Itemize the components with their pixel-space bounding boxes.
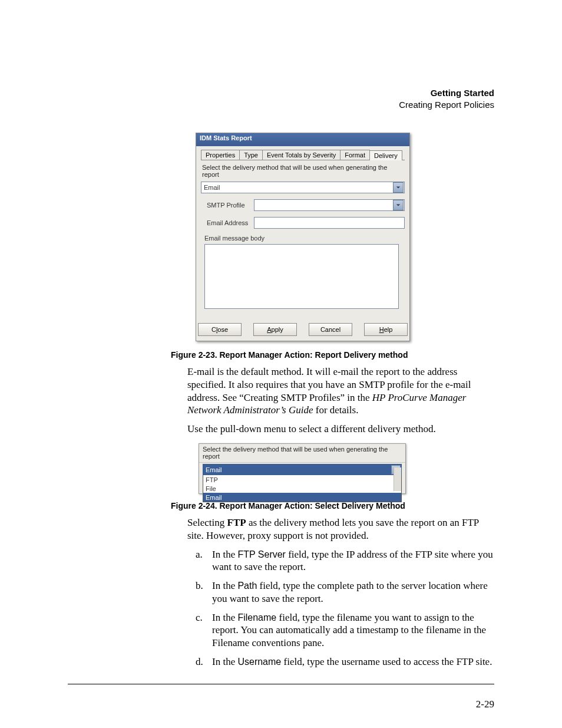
tab-type[interactable]: Type — [239, 150, 263, 160]
email-address-row: Email Address — [207, 217, 405, 229]
tab-delivery[interactable]: Delivery — [369, 150, 402, 160]
para-pulldown: Use the pull-down menu to select a diffe… — [187, 423, 495, 436]
dropdown-instruction: Select the delivery method that will be … — [199, 444, 405, 463]
body-block-2: Selecting FTP as the delivery method let… — [187, 516, 495, 674]
page-header: Getting Started Creating Report Policies — [399, 87, 494, 110]
message-body-textarea[interactable] — [204, 244, 399, 309]
step-d: d. In the Username field, type the usern… — [196, 655, 495, 668]
option-ftp[interactable]: FTP — [203, 475, 401, 484]
dialog-tabs: Properties Type Event Totals by Severity… — [201, 150, 409, 160]
figure-caption-1: Figure 2-23. Report Manager Action: Repo… — [171, 350, 408, 360]
header-title: Getting Started — [399, 87, 494, 99]
dropdown-list: FTP File Email — [203, 475, 402, 502]
cancel-button[interactable]: Cancel — [309, 323, 352, 336]
delivery-instruction: Select the delivery method that will be … — [202, 164, 405, 178]
dialog-button-row: Close Apply Cancel Help — [196, 323, 409, 336]
smtp-profile-row: SMTP Profile — [207, 199, 405, 211]
page-number: 2-29 — [476, 699, 494, 710]
step-b: b. In the Path field, type the complete … — [196, 579, 495, 605]
message-body-label: Email message body — [204, 235, 405, 242]
body-block-1: E-mail is the default method. It will e-… — [187, 365, 495, 442]
dropdown-delivery-methods: Select the delivery method that will be … — [199, 443, 406, 494]
email-address-input[interactable] — [254, 217, 405, 229]
scrollbar[interactable] — [394, 467, 401, 491]
tab-properties[interactable]: Properties — [201, 150, 240, 160]
para-email-default: E-mail is the default method. It will e-… — [187, 365, 495, 417]
tab-format[interactable]: Format — [340, 150, 370, 160]
smtp-profile-label: SMTP Profile — [207, 202, 254, 209]
delivery-method-value: Email — [201, 184, 392, 191]
step-a: a. In the FTP Server field, type the IP … — [196, 548, 495, 574]
delivery-method-select[interactable]: Email — [201, 182, 405, 193]
close-button[interactable]: Close — [198, 323, 242, 336]
email-address-label: Email Address — [207, 219, 254, 226]
chevron-down-icon — [393, 182, 404, 193]
step-c: c. In the Filename field, type the filen… — [196, 611, 495, 650]
apply-button[interactable]: Apply — [253, 323, 297, 336]
chevron-down-icon — [393, 200, 404, 210]
option-file[interactable]: File — [203, 484, 401, 493]
dialog-delivery: IDM Stats Report Properties Type Event T… — [196, 133, 410, 341]
figure-caption-2: Figure 2-24. Report Manager Action: Sele… — [171, 501, 405, 510]
footer-rule — [68, 684, 494, 684]
tab-event-totals[interactable]: Event Totals by Severity — [262, 150, 340, 160]
help-button[interactable]: Help — [364, 323, 408, 336]
tab-delivery-body: Select the delivery method that will be … — [201, 160, 405, 309]
option-email[interactable]: Email — [203, 493, 401, 502]
dropdown-selected[interactable]: Email — [203, 464, 402, 475]
para-ftp-intro: Selecting FTP as the delivery method let… — [187, 516, 495, 542]
ftp-steps-list: a. In the FTP Server field, type the IP … — [196, 548, 495, 668]
dialog-titlebar: IDM Stats Report — [196, 133, 409, 146]
smtp-profile-select[interactable] — [254, 199, 405, 211]
header-subtitle: Creating Report Policies — [399, 99, 494, 111]
